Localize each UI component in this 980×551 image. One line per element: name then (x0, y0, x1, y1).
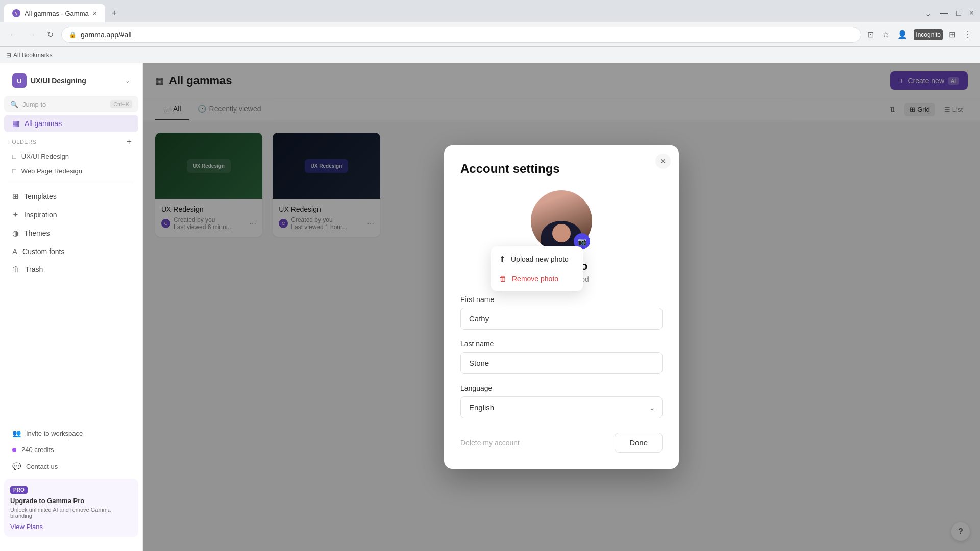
profile-icon[interactable]: 👤 (895, 28, 910, 41)
last-name-group: Last name (460, 340, 663, 374)
tab-minimize-icon[interactable]: ⌄ (923, 7, 934, 20)
themes-icon: ◑ (12, 229, 19, 238)
invite-icon: 👥 (12, 429, 21, 437)
search-icon: 🔍 (10, 101, 18, 108)
last-name-input[interactable] (460, 352, 663, 374)
add-folder-button[interactable]: + (124, 137, 134, 147)
folder-web-label: Web Page Redesign (21, 167, 82, 175)
upload-photo-button[interactable]: ⬆ Upload new photo (491, 249, 583, 269)
remove-photo-label: Remove photo (512, 274, 558, 283)
trash-photo-icon: 🗑 (499, 274, 507, 283)
photo-dropdown: ⬆ Upload new photo 🗑 Remove photo (491, 246, 583, 291)
address-bar[interactable]: 🔒 gamma.app/#all (61, 27, 861, 43)
search-bar[interactable]: 🔍 Jump to Ctrl+K (4, 96, 138, 112)
language-select[interactable]: English Spanish French German Japanese P… (460, 396, 663, 418)
bookmarks-bar-label: All Bookmarks (13, 52, 53, 59)
refresh-button[interactable]: ↻ (43, 28, 57, 42)
sidebar: U UX/UI Designing ⌄ 🔍 Jump to Ctrl+K ▦ A… (0, 63, 143, 551)
remove-photo-button[interactable]: 🗑 Remove photo (491, 269, 583, 288)
tab-favicon: γ (12, 9, 20, 17)
tab-window-close-icon[interactable]: × (967, 7, 976, 20)
incognito-badge: Incognito (914, 29, 943, 40)
modal-overlay[interactable]: × Account settings 📷 (143, 63, 980, 551)
sidebar-item-invite[interactable]: 👥 Invite to workspace (4, 425, 138, 441)
search-placeholder: Jump to (22, 101, 106, 108)
active-tab[interactable]: γ All gammas - Gamma × (4, 4, 105, 22)
language-select-wrapper: English Spanish French German Japanese P… (460, 396, 663, 418)
folder-item-ux-ui[interactable]: □ UX/UI Redesign (4, 149, 138, 163)
folder-item-web[interactable]: □ Web Page Redesign (4, 164, 138, 178)
sidebar-item-templates[interactable]: ⊞ Templates (4, 188, 138, 205)
first-name-group: First name (460, 295, 663, 330)
modal-close-button[interactable]: × (655, 154, 671, 169)
upload-icon: ⬆ (499, 255, 506, 264)
extensions-icon[interactable]: ⊞ (947, 28, 958, 41)
credits-label: 240 credits (21, 446, 54, 454)
view-plans-link[interactable]: View Plans (10, 523, 132, 531)
workspace-header[interactable]: U UX/UI Designing ⌄ (4, 69, 138, 92)
sidebar-item-all-gammas[interactable]: ▦ All gammas (4, 115, 138, 132)
folders-section: Folders + (0, 133, 142, 149)
invite-label: Invite to workspace (26, 430, 83, 437)
upgrade-section: PRO Upgrade to Gamma Pro Unlock unlimite… (4, 479, 138, 537)
delete-account-link[interactable]: Delete my account (460, 439, 520, 447)
all-gammas-label: All gammas (24, 119, 62, 128)
first-name-label: First name (460, 295, 663, 304)
upload-photo-label: Upload new photo (511, 255, 569, 263)
folder-icon: □ (12, 153, 16, 160)
inspiration-icon: ✦ (12, 210, 19, 219)
credits-dot-icon (12, 448, 16, 452)
contact-label: Contact us (26, 463, 58, 470)
tab-title: All gammas - Gamma (24, 10, 89, 17)
avatar-container: 📷 (531, 190, 592, 252)
cast-icon: ⊡ (865, 28, 876, 41)
templates-label: Templates (24, 192, 57, 201)
sidebar-item-contact[interactable]: 💬 Contact us (4, 458, 138, 474)
bookmark-star-icon[interactable]: ☆ (880, 28, 891, 41)
workspace-chevron-icon: ⌄ (125, 77, 130, 84)
sidebar-item-themes[interactable]: ◑ Themes (4, 224, 138, 242)
main-content: ▦ All gammas + Create new AI ▦ All 🕐 (143, 63, 980, 551)
contact-icon: 💬 (12, 462, 21, 470)
forward-button[interactable]: → (24, 28, 39, 42)
trash-icon: 🗑 (12, 265, 20, 273)
sidebar-item-trash[interactable]: 🗑 Trash (4, 261, 138, 278)
modal-title: Account settings (460, 162, 663, 176)
workspace-avatar: U (12, 73, 27, 88)
sidebar-item-inspiration[interactable]: ✦ Inspiration (4, 206, 138, 223)
new-tab-button[interactable]: + (107, 6, 121, 20)
first-name-input[interactable] (460, 308, 663, 330)
custom-fonts-label: Custom fonts (22, 247, 64, 256)
pro-badge: PRO (10, 486, 28, 494)
menu-icon[interactable]: ⋮ (962, 28, 974, 41)
themes-label: Themes (24, 229, 50, 237)
templates-icon: ⊞ (12, 192, 19, 201)
back-button[interactable]: ← (6, 28, 20, 42)
last-name-label: Last name (460, 340, 663, 348)
pro-badge-label: PRO (13, 487, 24, 493)
trash-label: Trash (25, 265, 43, 273)
language-group: Language English Spanish French German J… (460, 384, 663, 418)
folders-section-label: Folders (8, 139, 36, 145)
tab-close-button[interactable]: × (93, 9, 97, 17)
custom-fonts-icon: A (12, 247, 17, 256)
upgrade-title: Upgrade to Gamma Pro (10, 497, 132, 505)
tab-maximize-icon[interactable]: □ (954, 7, 963, 20)
workspace-name: UX/UI Designing (31, 77, 121, 85)
inspiration-label: Inspiration (24, 211, 57, 219)
modal-footer: Delete my account Done (460, 433, 663, 453)
bookmark-folder-icon: ⊟ (6, 52, 11, 59)
language-label: Language (460, 384, 663, 392)
sidebar-item-credits[interactable]: 240 credits (4, 442, 138, 458)
upgrade-description: Unlock unlimited AI and remove Gamma bra… (10, 507, 132, 519)
account-settings-modal: × Account settings 📷 (444, 145, 679, 469)
bookmarks-bar-item[interactable]: ⊟ All Bookmarks (6, 52, 53, 59)
sidebar-divider (8, 183, 134, 183)
tab-restore-icon[interactable]: — (938, 7, 950, 20)
avatar-section: 📷 ⬆ Upload new photo 🗑 Remove photo (460, 190, 663, 252)
sidebar-item-custom-fonts[interactable]: A Custom fonts (4, 243, 138, 260)
search-shortcut-badge: Ctrl+K (110, 100, 132, 108)
done-button[interactable]: Done (615, 433, 663, 453)
all-gammas-icon: ▦ (12, 119, 19, 128)
sidebar-bottom: 👥 Invite to workspace 240 credits 💬 Cont… (0, 424, 142, 545)
